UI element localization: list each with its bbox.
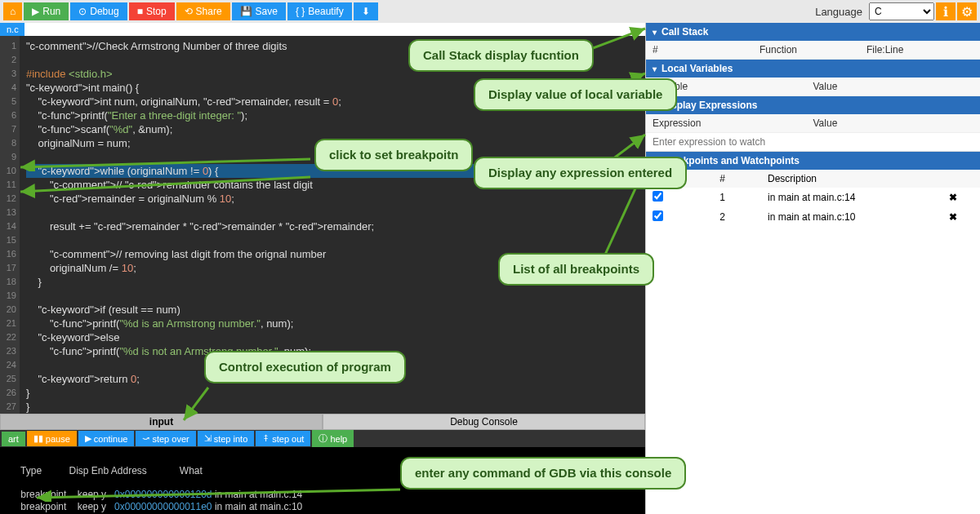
pause-button[interactable]: ▮▮pause xyxy=(27,431,77,446)
save-label: Save xyxy=(256,6,278,17)
breakpoint-num: 1 xyxy=(677,192,768,203)
info-icon[interactable]: ℹ xyxy=(936,2,956,20)
run-label: Run xyxy=(42,6,60,17)
debug-label: Debug xyxy=(90,6,118,17)
tab-debug-console[interactable]: Debug Console xyxy=(323,414,645,430)
play-icon: ▶ xyxy=(32,6,39,17)
breakpoint-checkbox[interactable] xyxy=(653,191,663,202)
breakpoint-delete[interactable]: ✖ xyxy=(949,211,973,223)
beautify-button[interactable]: { }Beautify xyxy=(287,2,352,20)
debug-toolbar: art ▮▮pause ▶continue ⤻step over ⇲step i… xyxy=(0,430,645,447)
share-icon: ⟲ xyxy=(185,6,193,17)
language-label: Language xyxy=(815,6,862,18)
stop-icon: ■ xyxy=(137,6,143,17)
step-over-icon: ⤻ xyxy=(142,433,149,444)
help-icon: ⓘ xyxy=(318,432,327,445)
panel-locals-header[interactable]: Local Variables xyxy=(646,60,980,78)
chevron-down-icon xyxy=(653,63,657,74)
debug-button[interactable]: ⊙Debug xyxy=(70,2,127,20)
bug-icon: ⊙ xyxy=(78,6,87,17)
breakpoint-num: 2 xyxy=(677,211,768,223)
locals-cols: Variable Value xyxy=(646,78,980,96)
console-header: Type Disp Enb Address What xyxy=(10,465,203,476)
callout-control: Control execution of program xyxy=(204,351,406,383)
breakpoint-desc: in main at main.c:10 xyxy=(768,211,949,223)
continue-button[interactable]: ▶continue xyxy=(78,431,135,446)
tab-input[interactable]: input xyxy=(0,414,323,430)
callout-expressions: Display any expression entered xyxy=(474,157,687,189)
breakpoint-row: 1 in main at main.c:14 ✖ xyxy=(646,188,980,207)
step-into-icon: ⇲ xyxy=(204,433,212,444)
step-out-icon: ⤉ xyxy=(262,433,270,444)
step-out-button[interactable]: ⤉step out xyxy=(256,431,310,446)
gear-icon[interactable]: ⚙ xyxy=(957,2,977,20)
home-button[interactable]: ⌂ xyxy=(3,2,22,20)
breakpoint-checkbox[interactable] xyxy=(653,210,663,221)
callstack-cols: # Function File:Line xyxy=(646,41,980,60)
chevron-down-icon xyxy=(653,26,657,38)
language-select[interactable]: C xyxy=(869,2,934,20)
step-over-button[interactable]: ⤻step over xyxy=(136,431,195,446)
right-panel: Call Stack # Function File:Line Local Va… xyxy=(645,23,980,514)
start-button[interactable]: art xyxy=(2,432,25,446)
breakpoints-cols: # Description xyxy=(646,170,980,188)
callout-breakpoint: click to set breakpoitn xyxy=(314,139,473,171)
breakpoint-delete[interactable]: ✖ xyxy=(949,192,973,203)
step-into-button[interactable]: ⇲step into xyxy=(198,431,255,446)
breakpoint-row: 2 in main at main.c:10 ✖ xyxy=(646,207,980,227)
top-toolbar: ⌂ ▶Run ⊙Debug ■Stop ⟲Share 💾Save { }Beau… xyxy=(0,0,980,23)
expressions-cols: Expression Value xyxy=(646,114,980,133)
line-gutter[interactable]: 1234567891011121314151617181920212223242… xyxy=(0,36,20,414)
share-button[interactable]: ⟲Share xyxy=(176,2,230,20)
breakpoint-desc: in main at main.c:14 xyxy=(768,192,949,203)
play-icon: ▶ xyxy=(85,433,91,444)
panel-callstack-header[interactable]: Call Stack xyxy=(646,23,980,41)
callout-callstack: Call Stack display fucntion xyxy=(408,39,594,72)
save-icon: 💾 xyxy=(240,6,252,17)
stop-button[interactable]: ■Stop xyxy=(129,2,175,20)
help-button[interactable]: ⓘhelp xyxy=(312,430,354,447)
callout-locals: Display value of local variable xyxy=(474,78,677,111)
braces-icon: { } xyxy=(296,6,305,17)
file-tab[interactable]: n.c xyxy=(0,23,24,36)
pause-icon: ▮▮ xyxy=(33,433,43,444)
callout-bplist: List of all breakpoints xyxy=(498,253,654,286)
stop-label: Stop xyxy=(146,6,167,17)
callout-gdb: enter any command of GDB via this consol… xyxy=(400,457,686,490)
run-button[interactable]: ▶Run xyxy=(24,2,69,20)
download-icon: ⬇ xyxy=(362,6,370,17)
expression-input[interactable] xyxy=(646,133,980,152)
download-button[interactable]: ⬇ xyxy=(354,2,378,20)
beautify-label: Beautify xyxy=(308,6,343,17)
save-button[interactable]: 💾Save xyxy=(232,2,286,20)
panel-breakpoints-header[interactable]: Breakpoints and Watchpoints xyxy=(646,152,980,170)
home-icon: ⌂ xyxy=(10,6,16,17)
share-label: Share xyxy=(196,6,222,17)
panel-expressions-header[interactable]: Display Expressions xyxy=(646,96,980,114)
